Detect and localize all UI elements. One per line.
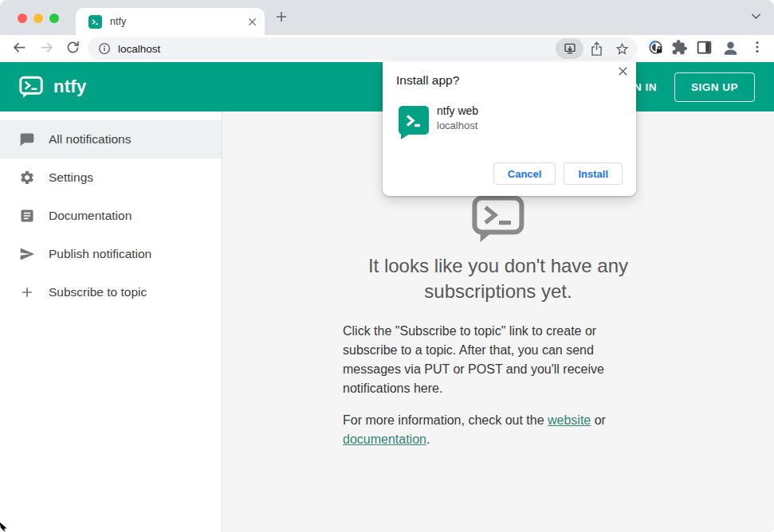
dialog-title: Install app? xyxy=(396,73,459,88)
sidebar-item-all-notifications[interactable]: All notifications xyxy=(0,120,222,158)
forward-icon xyxy=(38,39,56,57)
browser-window: ntfy localhost xyxy=(0,0,774,532)
tab-strip: ntfy xyxy=(0,0,774,35)
empty-state-paragraph: Click the "Subscribe to topic" link to c… xyxy=(343,322,654,398)
url-text[interactable]: localhost xyxy=(118,43,556,55)
sidebar-item-documentation[interactable]: Documentation xyxy=(0,197,222,235)
document-icon xyxy=(19,208,35,224)
sidebar-item-label: All notifications xyxy=(49,132,131,147)
more-info-middle: or xyxy=(591,413,606,427)
more-info-prefix: For more information, check out the xyxy=(343,413,548,427)
tab-title: ntfy xyxy=(110,16,248,27)
install-app-icon[interactable] xyxy=(556,38,583,59)
install-button[interactable]: Install xyxy=(564,162,623,185)
sidebar-item-label: Documentation xyxy=(49,209,132,223)
sign-up-button[interactable]: SIGN UP xyxy=(674,72,755,102)
sidebar-item-settings[interactable]: Settings xyxy=(0,158,222,197)
dialog-app-origin: localhost xyxy=(437,119,477,131)
sidebar: All notifications Settings Documentation… xyxy=(0,111,222,532)
sidebar-item-label: Publish notification xyxy=(49,247,151,261)
gear-icon xyxy=(19,170,35,186)
cancel-button[interactable]: Cancel xyxy=(493,162,556,185)
send-icon xyxy=(19,246,35,262)
macos-zoom-button[interactable] xyxy=(49,14,59,23)
browser-toolbar: localhost xyxy=(0,35,774,62)
extensions-puzzle-icon[interactable] xyxy=(671,39,688,56)
bookmark-star-icon[interactable] xyxy=(615,41,630,57)
site-info-icon[interactable] xyxy=(98,42,111,55)
privacy-extension-icon[interactable] xyxy=(647,39,665,57)
brand-title: ntfy xyxy=(53,76,87,97)
chat-bubble-icon xyxy=(19,131,35,147)
browser-tab[interactable]: ntfy xyxy=(76,8,265,35)
mouse-cursor-icon xyxy=(0,522,8,532)
share-icon[interactable] xyxy=(590,41,603,57)
back-icon[interactable] xyxy=(10,39,28,57)
side-panel-icon[interactable] xyxy=(696,39,713,56)
sidebar-item-label: Settings xyxy=(49,170,93,185)
new-tab-icon[interactable] xyxy=(275,10,288,23)
dialog-close-icon[interactable] xyxy=(618,66,628,76)
plus-icon xyxy=(19,284,35,300)
ntfy-empty-state-icon xyxy=(471,194,525,244)
documentation-link[interactable]: documentation xyxy=(343,432,426,446)
ntfy-favicon-icon xyxy=(88,15,102,29)
empty-state-heading: It looks like you don't have any subscri… xyxy=(339,253,658,304)
install-app-dialog: Install app? ntfy web localhost Cancel I… xyxy=(383,61,636,196)
more-info-suffix: . xyxy=(426,432,430,446)
website-link[interactable]: website xyxy=(548,413,591,427)
profile-avatar-icon[interactable] xyxy=(721,39,740,57)
sidebar-item-label: Subscribe to topic xyxy=(49,285,147,299)
sidebar-item-subscribe-to-topic[interactable]: Subscribe to topic xyxy=(0,273,222,311)
menu-kebab-icon[interactable] xyxy=(749,39,765,55)
dialog-actions: Cancel Install xyxy=(493,162,623,185)
macos-minimize-button[interactable] xyxy=(33,14,43,23)
reload-icon[interactable] xyxy=(65,39,81,56)
dialog-app-name: ntfy web xyxy=(437,104,478,117)
sidebar-item-publish-notification[interactable]: Publish notification xyxy=(0,235,222,273)
macos-close-button[interactable] xyxy=(18,14,27,23)
ntfy-app-icon xyxy=(399,106,429,135)
ntfy-logo-icon xyxy=(19,76,43,99)
tab-close-icon[interactable] xyxy=(248,18,257,26)
more-info-paragraph: For more information, check out the webs… xyxy=(343,411,654,449)
address-bar[interactable]: localhost xyxy=(88,37,638,60)
tab-search-icon[interactable] xyxy=(751,13,761,20)
